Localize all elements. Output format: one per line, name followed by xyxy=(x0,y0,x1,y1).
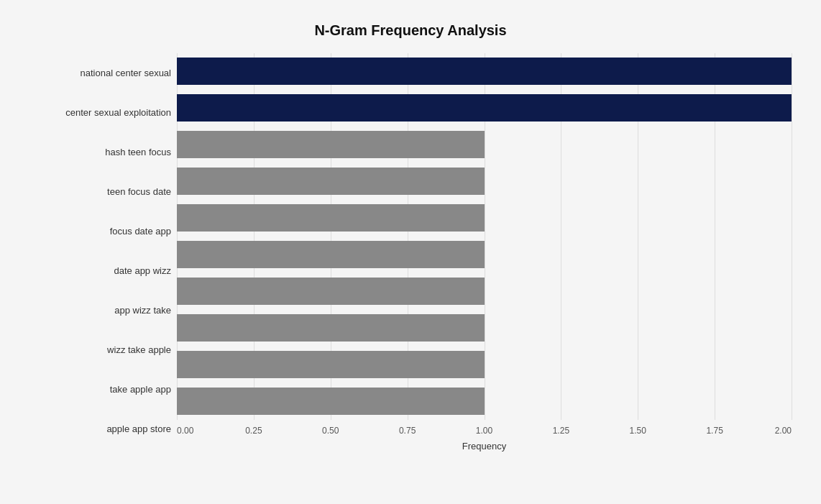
bar-row xyxy=(177,237,792,273)
bar xyxy=(177,351,485,378)
x-axis-label: Frequency xyxy=(177,441,792,452)
bar-row xyxy=(177,53,792,90)
bar xyxy=(177,204,485,232)
grid-line xyxy=(792,53,792,420)
x-tick: 0.00 xyxy=(177,426,193,436)
y-label: app wizz take xyxy=(29,290,171,330)
bar xyxy=(177,314,485,342)
y-label: take apple app xyxy=(29,370,171,409)
x-tick: 0.50 xyxy=(322,426,339,436)
chart-area: national center sexualcenter sexual expl… xyxy=(29,53,792,449)
bar xyxy=(177,241,485,268)
chart-container: N-Gram Frequency Analysis national cente… xyxy=(15,8,806,497)
y-label: teen focus date xyxy=(29,172,171,211)
x-tick: 0.75 xyxy=(399,426,416,436)
bar xyxy=(177,58,792,85)
bar-row xyxy=(177,200,792,237)
bar-row xyxy=(177,127,792,163)
y-label: date app wizz xyxy=(29,251,171,290)
bar-row xyxy=(177,347,792,383)
y-label: hash teen focus xyxy=(29,132,171,172)
chart-title: N-Gram Frequency Analysis xyxy=(29,22,792,39)
y-label: center sexual exploitation xyxy=(29,93,171,132)
bar xyxy=(177,131,485,158)
y-label: focus date app xyxy=(29,211,171,251)
x-tick: 1.75 xyxy=(706,426,723,436)
plot-area: 0.000.250.500.751.001.251.501.752.00 Fre… xyxy=(177,53,792,449)
bar xyxy=(177,278,485,305)
x-tick: 1.25 xyxy=(553,426,569,436)
grid-and-bars xyxy=(177,53,792,420)
bar xyxy=(177,388,485,415)
x-tick: 0.25 xyxy=(245,426,262,436)
y-label: wizz take apple xyxy=(29,330,171,370)
bar-row xyxy=(177,310,792,347)
x-tick: 2.00 xyxy=(775,426,792,436)
y-label: apple app store xyxy=(29,409,171,449)
bar xyxy=(177,168,485,195)
bar-row xyxy=(177,90,792,127)
bar xyxy=(177,94,792,122)
bars-container xyxy=(177,53,792,420)
x-tick: 1.00 xyxy=(476,426,492,436)
y-axis: national center sexualcenter sexual expl… xyxy=(29,53,177,449)
bar-row xyxy=(177,163,792,200)
bar-row xyxy=(177,383,792,420)
y-label: national center sexual xyxy=(29,53,171,93)
x-axis: 0.000.250.500.751.001.251.501.752.00 Fre… xyxy=(177,420,792,449)
bar-row xyxy=(177,273,792,310)
x-tick: 1.50 xyxy=(630,426,646,436)
